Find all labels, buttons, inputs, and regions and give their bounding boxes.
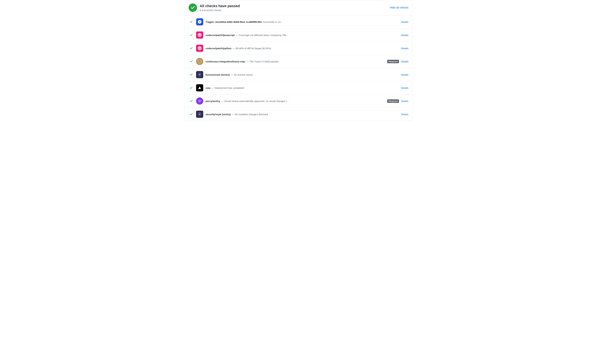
- check-status-codecov-js: [189, 33, 194, 37]
- check-status-snyk-security: [189, 113, 194, 116]
- pass-icon: [189, 3, 197, 12]
- snyk-icon: [196, 71, 203, 78]
- check-row: codecov/patch/python — 98.46% of diff hi…: [185, 42, 412, 55]
- check-name: percy/sentry: [205, 100, 220, 103]
- codecov-icon: [196, 32, 203, 39]
- check-name: license/snyk (sentry): [205, 73, 230, 76]
- check-row: codecov/patch/javascript — Coverage not …: [185, 29, 412, 42]
- header-subtitle: 8 successful checks: [200, 9, 386, 12]
- check-description: — Coverage not affected when comparing 7…: [236, 34, 288, 37]
- check-actions-snyk-license: Details: [401, 73, 408, 76]
- check-name: codecov/patch/python: [205, 47, 231, 50]
- check-row: license/snyk (sentry) — No license issue…: [185, 68, 412, 81]
- app-icon-trigger: [196, 18, 203, 25]
- checks-panel: All checks have passed 8 successful chec…: [185, 0, 412, 121]
- checkmark-icon: [189, 86, 193, 89]
- check-status-now: [189, 86, 194, 89]
- check-status-codecov-py: [189, 47, 194, 50]
- app-icon-now: [196, 84, 203, 91]
- check-description: — Visual review automatically approved, …: [221, 100, 289, 103]
- now-icon: [196, 84, 203, 91]
- details-link-trigger[interactable]: Details: [401, 21, 408, 23]
- check-actions-percy: Required Details: [387, 99, 408, 103]
- check-status-percy: [189, 99, 194, 103]
- check-info-percy: percy/sentry — Visual review automatical…: [205, 100, 385, 103]
- check-description: — 98.46% of diff hit (target 90.00%): [232, 47, 271, 50]
- check-status-trigger: [189, 20, 194, 24]
- checks-list: Trigger: 2a12826a-6d82-4b89-85a1-1ca96f8…: [185, 15, 412, 121]
- check-actions-travis: Required Details: [387, 60, 408, 63]
- check-row: continuous-integration/travis-ci/pr — Th…: [185, 55, 412, 68]
- github-actions-icon: [196, 18, 203, 25]
- details-link-snyk-license[interactable]: Details: [401, 73, 408, 76]
- check-description: Successful in 13...: [263, 21, 283, 23]
- check-actions-now: Details: [401, 87, 408, 89]
- check-info-snyk-security: security/snyk (sentry) — No manifest cha…: [205, 113, 398, 116]
- required-badge: Required: [387, 99, 399, 103]
- header-title: All checks have passed: [200, 4, 386, 8]
- check-row: now — Deployment has completed Details: [185, 81, 412, 95]
- checkmark-icon: [189, 20, 193, 24]
- details-link-travis[interactable]: Details: [401, 60, 408, 63]
- check-actions-codecov-js: Details: [401, 34, 408, 37]
- svg-point-6: [199, 100, 199, 101]
- app-icon-percy: [196, 97, 203, 105]
- check-info-codecov-js: codecov/patch/javascript — Coverage not …: [205, 34, 398, 37]
- app-icon-snyk-security: [196, 111, 203, 118]
- required-badge: Required: [387, 60, 399, 63]
- check-info-travis: continuous-integration/travis-ci/pr — Th…: [205, 60, 385, 63]
- checks-header: All checks have passed 8 successful chec…: [185, 0, 412, 15]
- app-icon-codecov-py: [196, 45, 203, 52]
- app-icon-codecov-js: [196, 32, 203, 39]
- check-name: codecov/patch/javascript: [205, 34, 235, 37]
- check-info-now: now — Deployment has completed: [205, 87, 398, 89]
- app-icon-travis: [196, 58, 203, 65]
- details-link-snyk-security[interactable]: Details: [401, 113, 408, 116]
- check-info-snyk-license: license/snyk (sentry) — No license issue…: [205, 73, 398, 76]
- check-row: Trigger: 2a12826a-6d82-4b89-85a1-1ca96f8…: [185, 15, 412, 29]
- check-name: security/snyk (sentry): [205, 113, 231, 116]
- svg-point-4: [200, 60, 201, 61]
- check-status-snyk-license: [189, 73, 194, 76]
- details-link-codecov-py[interactable]: Details: [401, 47, 408, 50]
- check-row: security/snyk (sentry) — No manifest cha…: [185, 108, 412, 121]
- details-link-now[interactable]: Details: [401, 87, 408, 89]
- check-actions-codecov-py: Details: [401, 47, 408, 50]
- check-description: — The Travis CI build passed: [246, 60, 278, 63]
- checkmark-icon: [189, 33, 193, 37]
- checkmark-icon: [189, 60, 193, 63]
- check-info-trigger: Trigger: 2a12826a-6d82-4b89-85a1-1ca96f8…: [205, 21, 398, 23]
- check-actions-trigger: Details: [401, 21, 408, 23]
- check-description: — No license issues: [231, 73, 253, 76]
- check-info-codecov-py: codecov/patch/python — 98.46% of diff hi…: [205, 47, 398, 50]
- svg-point-7: [200, 100, 200, 101]
- check-description: — Deployment has completed: [211, 87, 244, 89]
- travis-icon: [196, 58, 203, 65]
- details-link-percy[interactable]: Details: [401, 100, 408, 103]
- svg-point-3: [199, 60, 199, 61]
- checkmark-icon: [189, 113, 193, 116]
- svg-marker-5: [198, 87, 201, 89]
- check-name: now: [205, 87, 210, 89]
- hide-all-checks-button[interactable]: Hide all checks: [390, 6, 408, 9]
- check-name: Trigger: 2a12826a-6d82-4b89-85a1-1ca96f8…: [205, 21, 262, 23]
- check-row: percy/sentry — Visual review automatical…: [185, 95, 412, 108]
- checkmark-icon: [189, 99, 193, 103]
- checkmark-icon: [189, 73, 193, 76]
- percy-icon: [196, 97, 203, 105]
- check-description: — No manifest changes detected: [232, 113, 268, 116]
- codecov-icon: [196, 45, 203, 52]
- check-name: continuous-integration/travis-ci/pr: [205, 60, 245, 63]
- check-status-travis: [189, 60, 194, 63]
- check-actions-snyk-security: Details: [401, 113, 408, 116]
- details-link-codecov-js[interactable]: Details: [401, 34, 408, 37]
- app-icon-snyk-license: [196, 71, 203, 78]
- snyk-icon: [196, 111, 203, 118]
- header-text-block: All checks have passed 8 successful chec…: [200, 4, 386, 12]
- checkmark-icon: [189, 47, 193, 50]
